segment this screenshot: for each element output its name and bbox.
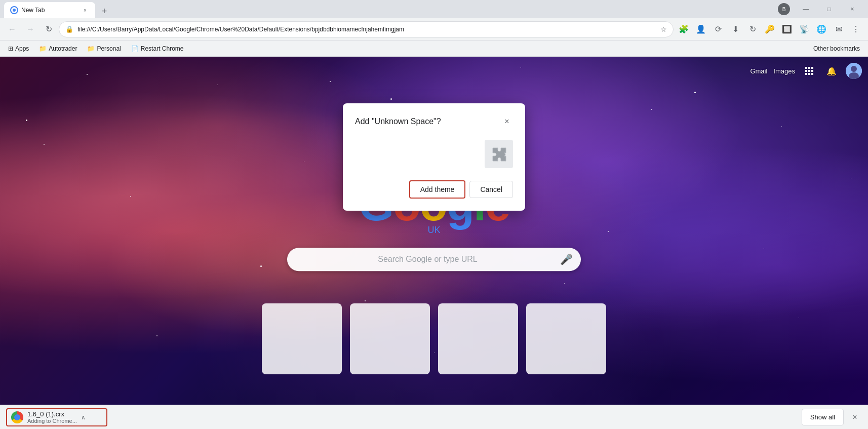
new-tab-button[interactable]: + [97, 4, 111, 18]
puzzle-svg [490, 145, 508, 163]
password-icon[interactable]: 🔑 [762, 21, 778, 37]
other-bookmarks-label: Other bookmarks [813, 45, 860, 52]
back-button[interactable]: ← [4, 21, 20, 37]
dialog-overlay: Add "Unknown Space"? × Add theme Cancel [0, 57, 868, 405]
refresh-button[interactable]: ↻ [41, 21, 57, 37]
add-theme-dialog: Add "Unknown Space"? × Add theme Cancel [343, 103, 525, 211]
download-icon[interactable]: ⬇ [727, 21, 743, 37]
tab-strip: New Tab × + [4, 0, 778, 18]
dialog-title: Add "Unknown Space"? [355, 117, 441, 126]
bookmark-restart-label: Restart Chrome [141, 45, 184, 52]
bookmarks-bar: ⊞ Apps 📁 Autotrader 📁 Personal 📄 Restart… [0, 41, 868, 57]
bookmark-personal-label: Personal [97, 45, 121, 52]
window-controls: — □ × [794, 1, 864, 17]
dialog-close-button[interactable]: × [501, 115, 513, 128]
toolbar-icons: 🧩 👤 ⟳ ⬇ ↻ 🔑 🔲 📡 🌐 ✉ ⋮ [676, 21, 864, 37]
user-badge: B [778, 3, 790, 15]
address-bar[interactable]: 🔒 file:///C:/Users/Barry/AppData/Local/G… [59, 21, 674, 37]
tab-close-button[interactable]: × [81, 6, 89, 14]
tab-title: New Tab [21, 7, 78, 14]
show-all-button[interactable]: Show all [802, 409, 844, 425]
dialog-buttons: Add theme Cancel [355, 180, 513, 199]
bookmark-autotrader[interactable]: 📁 Autotrader [35, 43, 81, 55]
download-filename: 1.6_0 (1).crx [27, 410, 77, 418]
page-content: Gmail Images 🔔 [0, 57, 868, 405]
forward-button[interactable]: → [22, 21, 38, 37]
puzzle-icon [485, 140, 513, 168]
chrome-download-icon [11, 411, 23, 423]
menu-button[interactable]: ⋮ [848, 21, 864, 37]
bookmark-personal[interactable]: 📁 Personal [83, 43, 125, 55]
other-bookmarks[interactable]: Other bookmarks [809, 43, 864, 55]
lock-icon: 🔒 [65, 25, 73, 33]
chrome-window: New Tab × + B — □ × ← → ↻ 🔒 file:///C:/U… [0, 0, 868, 429]
profile-icon[interactable]: 👤 [693, 21, 709, 37]
folder-icon-personal: 📁 [87, 45, 95, 52]
world-icon[interactable]: 🌐 [813, 21, 830, 37]
bookmark-apps[interactable]: ⊞ Apps [4, 43, 33, 55]
rss-icon[interactable]: 📡 [796, 21, 812, 37]
minimize-button[interactable]: — [794, 1, 817, 17]
add-theme-button[interactable]: Add theme [409, 180, 466, 199]
extensions-icon[interactable]: 🧩 [676, 21, 692, 37]
bookmark-autotrader-label: Autotrader [49, 45, 77, 52]
tab-favicon [10, 6, 18, 14]
download-status: Adding to Chrome... [27, 418, 77, 424]
download-chevron-button[interactable]: ∧ [81, 414, 86, 421]
history-icon[interactable]: ⟳ [710, 21, 726, 37]
download-item: 1.6_0 (1).crx Adding to Chrome... ∧ [6, 408, 107, 426]
navigation-toolbar: ← → ↻ 🔒 file:///C:/Users/Barry/AppData/L… [0, 18, 868, 41]
active-tab[interactable]: New Tab × [4, 2, 95, 18]
address-text: file:///C:/Users/Barry/AppData/Local/Goo… [77, 26, 656, 33]
download-bar-close-button[interactable]: × [848, 410, 862, 424]
maximize-button[interactable]: □ [817, 1, 841, 17]
download-bar: 1.6_0 (1).crx Adding to Chrome... ∧ Show… [0, 405, 868, 429]
office-icon[interactable]: 🔲 [779, 21, 795, 37]
doc-icon-restart: 📄 [131, 45, 139, 52]
cancel-button[interactable]: Cancel [469, 181, 513, 198]
bookmark-apps-label: Apps [15, 45, 29, 52]
close-button[interactable]: × [841, 1, 864, 17]
apps-icon: ⊞ [8, 45, 13, 52]
svg-point-1 [13, 9, 16, 12]
mail-ext-icon[interactable]: ✉ [831, 21, 847, 37]
bookmark-star-icon[interactable]: ☆ [660, 25, 667, 33]
dialog-header: Add "Unknown Space"? × [355, 115, 513, 128]
bookmark-restart-chrome[interactable]: 📄 Restart Chrome [127, 43, 188, 55]
folder-icon-autotrader: 📁 [39, 45, 47, 52]
download-info: 1.6_0 (1).crx Adding to Chrome... [27, 410, 77, 424]
title-bar: New Tab × + B — □ × [0, 0, 868, 18]
sync-icon[interactable]: ↻ [744, 21, 761, 37]
